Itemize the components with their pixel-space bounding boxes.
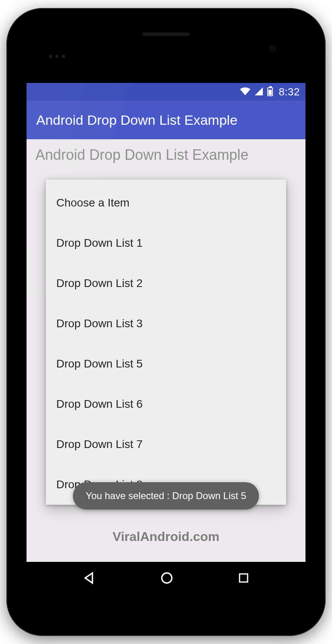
svg-rect-1 — [240, 574, 248, 582]
toast-message: You have selected : Drop Down List 5 — [73, 482, 259, 510]
phone-camera — [269, 45, 276, 52]
app-bar-title: Android Drop Down List Example — [36, 112, 238, 128]
phone-speaker — [142, 32, 190, 36]
dropdown-item[interactable]: Drop Down List 5 — [46, 344, 286, 384]
app-bar: Android Drop Down List Example — [27, 101, 305, 139]
svg-point-0 — [162, 573, 172, 583]
dropdown-item[interactable]: Drop Down List 2 — [46, 263, 286, 303]
toast-text: You have selected : Drop Down List 5 — [86, 490, 246, 501]
dropdown-item[interactable]: Drop Down List 6 — [46, 384, 286, 424]
watermark-text: ViralAndroid.com — [27, 529, 305, 544]
status-bar: 8:32 — [27, 83, 305, 101]
content-area: Android Drop Down List Example ViralAndr… — [27, 139, 305, 562]
battery-icon — [267, 87, 273, 96]
navigation-bar — [27, 562, 305, 596]
dropdown-item[interactable]: Drop Down List 3 — [46, 303, 286, 344]
phone-frame: 8:32 Android Drop Down List Example Andr… — [6, 8, 326, 636]
back-button[interactable] — [82, 571, 96, 586]
recents-button[interactable] — [238, 572, 250, 586]
home-button[interactable] — [160, 571, 174, 586]
dropdown-item[interactable]: Drop Down List 7 — [46, 424, 286, 464]
dropdown-popup[interactable]: Choose a Item Drop Down List 1 Drop Down… — [46, 180, 286, 505]
status-time: 8:32 — [279, 86, 300, 98]
screen: 8:32 Android Drop Down List Example Andr… — [27, 83, 305, 596]
wifi-icon — [240, 86, 250, 98]
cell-signal-icon — [254, 86, 263, 98]
phone-sensor-dots — [49, 55, 65, 58]
dropdown-item[interactable]: Drop Down List 1 — [46, 223, 286, 263]
dropdown-item[interactable]: Choose a Item — [46, 183, 286, 223]
page-subtitle: Android Drop Down List Example — [35, 147, 297, 163]
phone-inner: 8:32 Android Drop Down List Example Andr… — [12, 14, 320, 630]
